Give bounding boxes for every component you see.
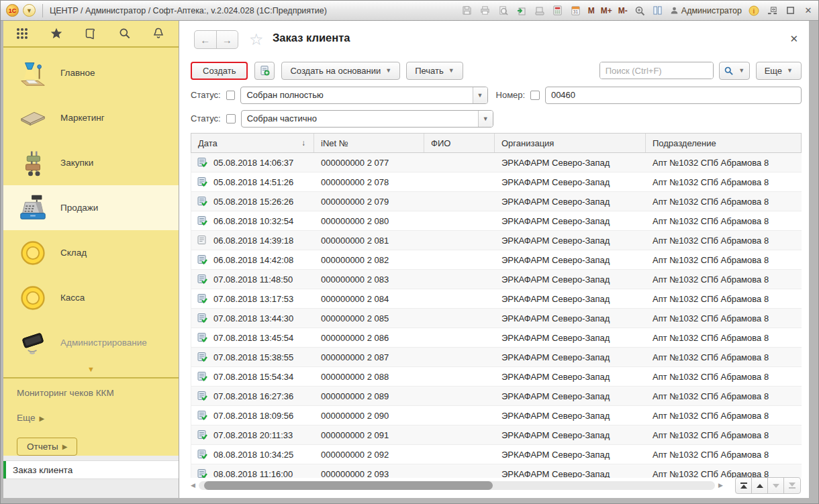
taskbar-item-zakaz-klienta[interactable]: Заказ клиента [3, 460, 179, 479]
sidebar-item-glavnoe[interactable]: Главное [3, 50, 179, 95]
number-checkbox[interactable] [530, 91, 540, 100]
print-button[interactable]: Печать▼ [406, 62, 463, 80]
sidebar-toolbar [3, 21, 179, 48]
table-row[interactable]: 07.08.2018 15:54:34 000000000 2 088 ЭРКА… [191, 367, 802, 387]
favorite-star-icon[interactable]: ☆ [249, 30, 264, 49]
column-header-fio[interactable]: ФИО [424, 134, 495, 152]
chevron-down-icon[interactable]: ▼ [478, 111, 493, 127]
horizontal-scrollbar[interactable]: ◀ ▶ [191, 480, 723, 491]
zoom-icon[interactable] [634, 5, 646, 17]
notifications-bell-icon[interactable] [152, 27, 165, 40]
table-row[interactable]: 07.08.2018 16:27:36 000000000 2 089 ЭРКА… [191, 387, 802, 406]
favorites-star-icon[interactable] [49, 26, 64, 41]
forward-button[interactable]: → [217, 31, 238, 48]
copy-button[interactable] [254, 62, 275, 80]
next-page-button[interactable] [768, 478, 784, 493]
column-header-org[interactable]: Организация [495, 134, 646, 152]
table-row[interactable]: 07.08.2018 13:44:30 000000000 2 085 ЭРКА… [191, 309, 802, 328]
filter-row-2: Статус: Собран частично ▼ [191, 109, 802, 128]
memory-m-button[interactable]: M [588, 6, 595, 15]
go-to-first-button[interactable] [736, 478, 752, 493]
go-to-last-button[interactable] [784, 478, 800, 493]
search-icon[interactable] [118, 27, 132, 40]
sidebar-item-prodazhi[interactable]: Продажи [3, 185, 179, 230]
sidebar-item-zakupki[interactable]: Закупки [3, 140, 179, 185]
status1-checkbox[interactable] [226, 91, 236, 100]
close-button[interactable]: ✕ [802, 5, 814, 17]
number-input[interactable] [545, 87, 802, 104]
history-icon[interactable] [84, 27, 98, 41]
table-row[interactable]: 05.08.2018 14:51:26 000000000 2 078 ЭРКА… [191, 172, 802, 192]
maximize-button[interactable] [784, 5, 796, 17]
desktop-grid-icon[interactable] [15, 27, 29, 40]
sections-expand-caret-icon[interactable]: ▼ [3, 365, 179, 374]
reports-button[interactable]: Отчеты▶ [17, 438, 77, 456]
table-row[interactable]: 07.08.2018 15:38:55 000000000 2 087 ЭРКА… [191, 348, 802, 367]
form-close-icon[interactable]: ✕ [789, 34, 798, 44]
sidebar-item-administrirovanie[interactable]: Администрирование [3, 320, 179, 365]
sidebar-item-label: Закупки [60, 158, 93, 168]
more-link[interactable]: Еще▶ [17, 413, 179, 423]
sidebar-item-kassa[interactable]: Касса [3, 275, 179, 320]
more-button[interactable]: Еще▼ [756, 62, 802, 80]
chevron-down-icon[interactable]: ▼ [473, 87, 487, 103]
split-columns-icon[interactable] [652, 5, 664, 17]
document-status-icon [197, 449, 207, 460]
back-button[interactable]: ← [195, 31, 217, 48]
document-status-icon [197, 410, 207, 421]
sidebar-item-label: Маркетинг [60, 113, 105, 123]
status1-combobox[interactable]: Собран полностью ▼ [240, 87, 487, 104]
sidebar-item-marketing[interactable]: Маркетинг [3, 95, 179, 140]
user-name: Администратор [681, 6, 742, 15]
main-menu-button[interactable]: ▼ [23, 4, 36, 17]
scroll-right-icon[interactable]: ▶ [715, 482, 723, 489]
window-title: ЦЕНТР / Администратор / Софт-Аптека:, v.… [50, 6, 327, 15]
export-icon[interactable] [516, 5, 528, 17]
search-input[interactable] [600, 62, 714, 79]
save-icon[interactable] [461, 5, 473, 17]
sidebar-item-label: Продажи [60, 203, 98, 213]
search-button[interactable]: ▼ [719, 62, 750, 80]
table-row[interactable]: 07.08.2018 13:45:54 000000000 2 086 ЭРКА… [191, 328, 802, 348]
column-header-dept[interactable]: Подразделение [646, 134, 801, 152]
table-row[interactable]: 08.08.2018 10:34:25 000000000 2 092 ЭРКА… [191, 445, 802, 464]
title-bar: 1С ▼ ЦЕНТР / Администратор / Софт-Аптека… [1, 1, 819, 21]
table-row[interactable]: 07.08.2018 20:11:33 000000000 2 091 ЭРКА… [191, 425, 802, 445]
desk-lamp-icon [17, 58, 49, 89]
table-row[interactable]: 06.08.2018 14:42:08 000000000 2 082 ЭРКА… [191, 250, 802, 270]
previous-page-button[interactable] [752, 478, 768, 493]
scrollbar-thumb[interactable] [204, 481, 493, 490]
memory-m-plus-button[interactable]: M+ [601, 6, 612, 15]
import-icon[interactable] [534, 5, 546, 17]
print-preview-icon[interactable] [497, 5, 510, 17]
sidebar-footer: Мониторинг чеков ККМ Еще▶ Отчеты▶ [3, 379, 179, 456]
current-user[interactable]: Администратор [670, 6, 742, 15]
table-row[interactable]: 05.08.2018 15:26:26 000000000 2 079 ЭРКА… [191, 192, 802, 211]
table-row[interactable]: 07.08.2018 11:48:50 000000000 2 083 ЭРКА… [191, 270, 802, 289]
table-row[interactable]: 05.08.2018 14:06:37 000000000 2 077 ЭРКА… [191, 153, 802, 172]
column-header-date[interactable]: Дата↓ [191, 134, 314, 152]
sidebar-item-sklad[interactable]: Склад [3, 230, 179, 275]
column-header-inet[interactable]: iNet № [314, 134, 424, 152]
minimize-button[interactable] [766, 5, 778, 17]
calculator-icon[interactable] [552, 5, 564, 17]
filter-row-1: Статус: Собран полностью ▼ Номер: [191, 86, 802, 104]
document-status-icon [197, 332, 207, 343]
table-row[interactable]: 06.08.2018 10:32:54 000000000 2 080 ЭРКА… [191, 211, 802, 231]
monitoring-link[interactable]: Мониторинг чеков ККМ [17, 388, 179, 398]
info-icon[interactable]: i [748, 5, 760, 17]
calendar-icon[interactable]: 31 [570, 5, 582, 17]
chevron-down-icon: ▼ [787, 67, 793, 74]
create-button[interactable]: Создать [191, 62, 248, 80]
table-row[interactable]: 07.08.2018 13:17:53 000000000 2 084 ЭРКА… [191, 289, 802, 309]
memory-m-minus-button[interactable]: M- [618, 6, 628, 15]
print-icon[interactable] [479, 5, 491, 17]
table-row[interactable]: 07.08.2018 18:09:56 000000000 2 090 ЭРКА… [191, 406, 802, 425]
status2-checkbox[interactable] [226, 114, 236, 123]
create-based-on-button[interactable]: Создать на основании▼ [281, 62, 400, 80]
status2-combobox[interactable]: Собран частично ▼ [241, 110, 493, 128]
scroll-left-icon[interactable]: ◀ [191, 482, 199, 489]
status-label: Статус: [191, 90, 221, 100]
table-row[interactable]: 08.08.2018 11:16:00 000000000 2 093 ЭРКА… [191, 464, 802, 478]
table-row[interactable]: 06.08.2018 14:39:18 000000000 2 081 ЭРКА… [191, 231, 802, 250]
